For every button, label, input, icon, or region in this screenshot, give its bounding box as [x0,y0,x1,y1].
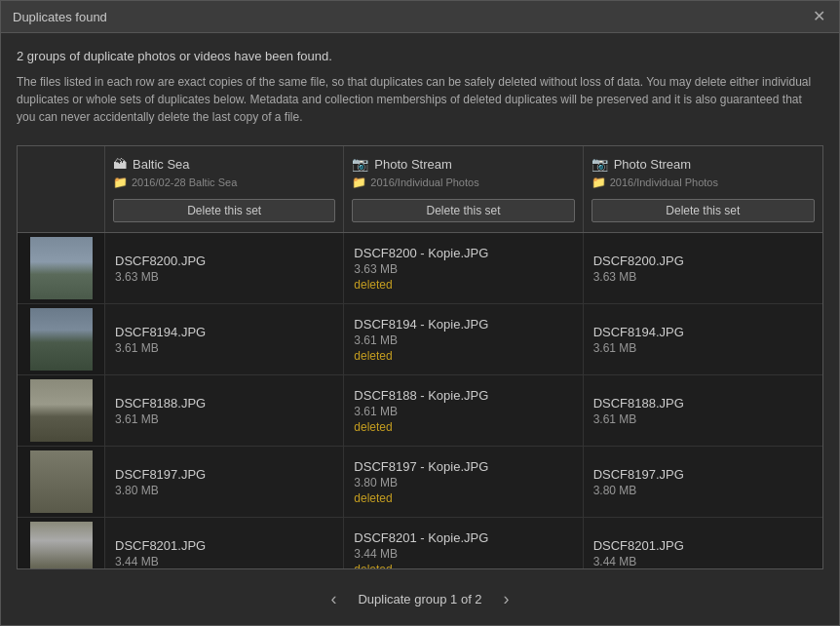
file-name: DSCF8194.JPG [115,325,333,339]
file-size: 3.63 MB [115,270,333,284]
thumbnail-image [30,237,93,299]
col-stream2-title: Photo Stream [614,157,692,172]
row-3-col-stream2: DSCF8197.JPG3.80 MB [584,447,822,517]
file-name: DSCF8194.JPG [593,325,813,339]
col-baltic-title: Baltic Sea [133,157,190,172]
delete-set-baltic-button[interactable]: Delete this set [113,199,335,222]
thumbnail-image [30,379,93,442]
close-button[interactable]: ✕ [811,9,827,24]
row-3-col-stream1: DSCF8197 - Kopie.JPG3.80 MBdeleted [344,447,583,517]
file-size: 3.61 MB [115,341,333,355]
col-stream1-title: Photo Stream [374,157,452,172]
table-row: DSCF8188.JPG3.61 MBDSCF8188 - Kopie.JPG3… [18,375,822,447]
col-header-thumb [18,146,105,232]
file-name: DSCF8188.JPG [593,396,813,411]
table-header: 🏔 Baltic Sea 📁 2016/02-28 Baltic Sea Del… [18,146,822,233]
summary-line2: The files listed in each row are exact c… [17,73,823,126]
table-row: DSCF8201.JPG3.44 MBDSCF8201 - Kopie.JPG3… [18,518,822,569]
deleted-badge: deleted [354,349,572,363]
row-1-col-stream2: DSCF8194.JPG3.61 MB [584,304,822,374]
file-name: DSCF8200 - Kopie.JPG [354,246,572,260]
col-header-stream2: 📷 Photo Stream 📁 2016/Individual Photos … [584,146,822,232]
file-name: DSCF8201 - Kopie.JPG [354,530,572,545]
deleted-badge: deleted [354,278,572,292]
file-name: DSCF8188 - Kopie.JPG [354,388,572,403]
file-name: DSCF8197.JPG [115,467,333,482]
duplicates-dialog: Duplicates found ✕ 2 groups of duplicate… [0,0,840,626]
row-thumb-1 [18,304,105,374]
next-page-button[interactable]: › [498,587,515,611]
file-size: 3.44 MB [115,555,333,568]
camera-icon-2: 📷 [592,156,608,172]
titlebar: Duplicates found ✕ [1,1,839,33]
delete-set-stream1-button[interactable]: Delete this set [352,199,574,222]
folder-icon-stream2: 📁 [592,176,606,189]
row-4-col-stream2: DSCF8201.JPG3.44 MB [584,518,822,569]
file-name: DSCF8188.JPG [115,396,333,411]
row-2-col-baltic: DSCF8188.JPG3.61 MB [105,375,344,446]
file-size: 3.80 MB [115,484,333,497]
mountain-icon: 🏔 [113,156,127,172]
row-0-col-stream1: DSCF8200 - Kopie.JPG3.63 MBdeleted [344,233,583,303]
delete-set-stream2-button[interactable]: Delete this set [592,199,815,222]
row-thumb-2 [18,375,105,446]
col-header-stream1: 📷 Photo Stream 📁 2016/Individual Photos … [344,146,583,232]
deleted-badge: deleted [354,420,572,434]
file-size: 3.44 MB [354,547,572,561]
summary-line1: 2 groups of duplicate photos or videos h… [17,49,823,63]
row-0-col-stream2: DSCF8200.JPG3.63 MB [584,233,822,303]
row-2-col-stream2: DSCF8188.JPG3.61 MB [584,375,822,446]
page-label: Duplicate group 1 of 2 [358,592,481,606]
pagination: ‹ Duplicate group 1 of 2 › [1,577,839,625]
table-rows: DSCF8200.JPG3.63 MBDSCF8200 - Kopie.JPG3… [18,233,822,569]
file-name: DSCF8194 - Kopie.JPG [354,317,572,332]
row-thumb-4 [18,518,105,569]
col-baltic-subtitle: 2016/02-28 Baltic Sea [132,176,237,188]
file-size: 3.61 MB [593,341,813,355]
file-size: 3.44 MB [593,555,813,568]
row-0-col-baltic: DSCF8200.JPG3.63 MB [105,233,344,303]
thumbnail-image [30,450,93,513]
dialog-body: 2 groups of duplicate photos or videos h… [1,33,839,134]
file-size: 3.63 MB [354,262,572,276]
row-4-col-stream1: DSCF8201 - Kopie.JPG3.44 MBdeleted [344,518,583,569]
file-size: 3.61 MB [593,412,813,426]
deleted-badge: deleted [354,563,572,570]
file-name: DSCF8201.JPG [115,538,333,553]
duplicates-table: 🏔 Baltic Sea 📁 2016/02-28 Baltic Sea Del… [17,145,823,569]
deleted-badge: deleted [354,491,572,505]
row-1-col-baltic: DSCF8194.JPG3.61 MB [105,304,344,374]
table-row: DSCF8197.JPG3.80 MBDSCF8197 - Kopie.JPG3… [18,447,822,518]
col-stream1-subtitle: 2016/Individual Photos [370,176,478,188]
file-size: 3.61 MB [115,412,333,426]
file-name: DSCF8197.JPG [593,467,813,482]
file-name: DSCF8200.JPG [593,254,813,268]
row-4-col-baltic: DSCF8201.JPG3.44 MB [105,518,344,569]
dialog-title: Duplicates found [13,10,107,24]
camera-icon-1: 📷 [352,156,368,172]
table-row: DSCF8194.JPG3.61 MBDSCF8194 - Kopie.JPG3… [18,304,822,375]
row-thumb-3 [18,447,105,517]
row-3-col-baltic: DSCF8197.JPG3.80 MB [105,447,344,517]
prev-page-button[interactable]: ‹ [325,587,342,611]
row-thumb-0 [18,233,105,303]
row-1-col-stream1: DSCF8194 - Kopie.JPG3.61 MBdeleted [344,304,583,374]
folder-icon-stream1: 📁 [352,176,366,189]
file-size: 3.63 MB [593,270,813,284]
file-name: DSCF8200.JPG [115,254,333,268]
file-size: 3.80 MB [354,476,572,489]
thumbnail-image [30,308,93,371]
col-header-baltic: 🏔 Baltic Sea 📁 2016/02-28 Baltic Sea Del… [105,146,344,232]
folder-icon-baltic: 📁 [113,176,128,189]
file-name: DSCF8197 - Kopie.JPG [354,459,572,474]
thumbnail-image [30,522,93,569]
file-size: 3.61 MB [354,405,572,418]
row-2-col-stream1: DSCF8188 - Kopie.JPG3.61 MBdeleted [344,375,583,446]
file-size: 3.61 MB [354,333,572,347]
file-size: 3.80 MB [593,484,813,497]
col-stream2-subtitle: 2016/Individual Photos [610,176,718,188]
table-row: DSCF8200.JPG3.63 MBDSCF8200 - Kopie.JPG3… [18,233,822,304]
file-name: DSCF8201.JPG [593,538,813,553]
